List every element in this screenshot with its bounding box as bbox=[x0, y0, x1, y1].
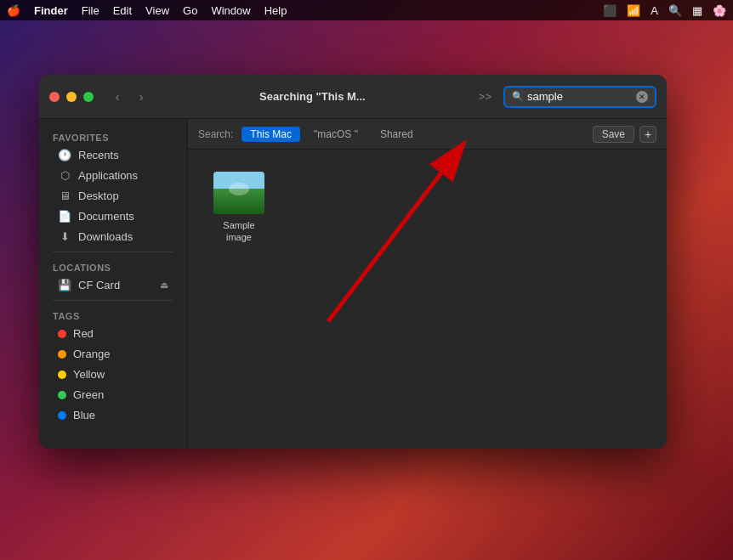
search-input[interactable]: sample bbox=[527, 90, 636, 103]
sidebar-item-applications[interactable]: ⬡ Applications bbox=[44, 166, 182, 185]
apple-menu[interactable]: 🍎 bbox=[7, 4, 20, 17]
documents-label: Documents bbox=[78, 210, 134, 223]
menu-file[interactable]: File bbox=[82, 4, 99, 17]
documents-icon: 📄 bbox=[58, 210, 71, 223]
spotlight-icon[interactable]: 🔍 bbox=[668, 4, 682, 17]
sidebar-item-recents[interactable]: 🕐 Recents bbox=[44, 145, 182, 165]
scope-macos[interactable]: "macOS " bbox=[305, 127, 366, 142]
add-criteria-button[interactable]: + bbox=[639, 126, 656, 143]
title-bar-right: >> 🔍 sample ✕ bbox=[474, 86, 656, 108]
menubar: 🍎 Finder File Edit View Go Window Help ⬛… bbox=[0, 0, 733, 20]
nature-thumbnail-image bbox=[213, 172, 264, 214]
yellow-tag-label: Yellow bbox=[73, 368, 105, 381]
app-name[interactable]: Finder bbox=[34, 4, 68, 17]
green-tag-dot bbox=[58, 391, 66, 399]
keyboard-icon[interactable]: A bbox=[651, 4, 658, 17]
green-tag-label: Green bbox=[73, 388, 104, 401]
minimize-button[interactable] bbox=[66, 92, 77, 102]
sidebar-item-tag-green[interactable]: Green bbox=[44, 385, 182, 404]
wifi-icon[interactable]: 📶 bbox=[627, 4, 640, 17]
traffic-lights bbox=[49, 92, 94, 102]
eject-icon[interactable]: ⏏ bbox=[160, 280, 168, 291]
forward-button[interactable]: › bbox=[131, 87, 151, 107]
scope-this-mac[interactable]: This Mac bbox=[241, 127, 300, 142]
menubar-right: ⬛ 📶 A 🔍 ▦ 🌸 bbox=[603, 4, 726, 17]
orange-tag-label: Orange bbox=[73, 348, 110, 360]
tags-header: Tags bbox=[39, 306, 187, 323]
sidebar-item-tag-orange[interactable]: Orange bbox=[44, 344, 182, 364]
menu-view[interactable]: View bbox=[145, 4, 169, 17]
favorites-header: Favorites bbox=[39, 127, 187, 144]
search-icon: 🔍 bbox=[512, 91, 524, 102]
red-tag-dot bbox=[58, 330, 66, 338]
maximize-button[interactable] bbox=[83, 92, 94, 102]
applications-icon: ⬡ bbox=[58, 169, 71, 182]
save-button[interactable]: Save bbox=[593, 126, 634, 143]
menu-window[interactable]: Window bbox=[211, 4, 250, 17]
sidebar-divider-2 bbox=[53, 300, 173, 301]
close-button[interactable] bbox=[49, 92, 60, 102]
cf-card-icon: 💾 bbox=[58, 279, 71, 291]
finder-window: ‹ › Searching "This M... >> 🔍 sample ✕ F… bbox=[39, 75, 667, 449]
recents-icon: 🕐 bbox=[58, 149, 71, 161]
sidebar-item-tag-blue[interactable]: Blue bbox=[44, 405, 182, 425]
more-button[interactable]: >> bbox=[474, 88, 497, 105]
content-area: Search: This Mac "macOS " Shared Save + … bbox=[188, 119, 667, 449]
search-scope-bar: Search: This Mac "macOS " Shared Save + bbox=[188, 119, 667, 150]
downloads-label: Downloads bbox=[78, 230, 133, 243]
yellow-tag-dot bbox=[58, 371, 66, 379]
file-item-sample-image[interactable]: Sample image bbox=[205, 167, 273, 249]
notification-icon[interactable]: 🌸 bbox=[713, 4, 726, 17]
sidebar: Favorites 🕐 Recents ⬡ Applications 🖥 Des… bbox=[39, 119, 188, 449]
downloads-icon: ⬇ bbox=[58, 230, 71, 243]
recents-label: Recents bbox=[78, 149, 119, 161]
cf-card-label: CF Card bbox=[78, 279, 120, 291]
scope-right: Save + bbox=[593, 126, 656, 143]
sidebar-item-downloads[interactable]: ⬇ Downloads bbox=[44, 227, 182, 246]
main-area: Favorites 🕐 Recents ⬡ Applications 🖥 Des… bbox=[39, 119, 667, 449]
search-scope-label: Search: bbox=[198, 128, 233, 140]
control-center-icon[interactable]: ▦ bbox=[692, 4, 702, 17]
title-bar: ‹ › Searching "This M... >> 🔍 sample ✕ bbox=[39, 75, 667, 119]
window-title: Searching "This M... bbox=[151, 90, 474, 103]
file-name-label: Sample image bbox=[210, 219, 268, 244]
sidebar-item-desktop[interactable]: 🖥 Desktop bbox=[44, 186, 182, 206]
locations-header: Locations bbox=[39, 257, 187, 274]
sidebar-item-tag-yellow[interactable]: Yellow bbox=[44, 365, 182, 384]
file-thumbnail bbox=[213, 172, 264, 214]
search-clear-button[interactable]: ✕ bbox=[636, 91, 648, 103]
nav-buttons: ‹ › bbox=[107, 87, 151, 107]
orange-tag-dot bbox=[58, 350, 66, 359]
sidebar-divider-1 bbox=[53, 252, 173, 252]
desktop-icon: 🖥 bbox=[58, 189, 71, 202]
search-bar[interactable]: 🔍 sample ✕ bbox=[503, 86, 656, 108]
menu-help[interactable]: Help bbox=[264, 4, 287, 17]
blue-tag-label: Blue bbox=[73, 409, 95, 421]
blue-tag-dot bbox=[58, 411, 66, 420]
applications-label: Applications bbox=[78, 169, 138, 182]
screen-record-icon[interactable]: ⬛ bbox=[603, 4, 617, 17]
menu-edit[interactable]: Edit bbox=[113, 4, 132, 17]
scope-shared[interactable]: Shared bbox=[372, 127, 422, 142]
sidebar-item-documents[interactable]: 📄 Documents bbox=[44, 206, 182, 226]
file-grid: Sample image bbox=[188, 150, 667, 449]
sidebar-item-tag-red[interactable]: Red bbox=[44, 324, 182, 343]
red-tag-label: Red bbox=[73, 327, 94, 340]
sidebar-item-cf-card[interactable]: 💾 CF Card ⏏ bbox=[44, 275, 182, 295]
desktop-label: Desktop bbox=[78, 189, 119, 202]
menu-go[interactable]: Go bbox=[183, 4, 197, 17]
back-button[interactable]: ‹ bbox=[107, 87, 128, 107]
